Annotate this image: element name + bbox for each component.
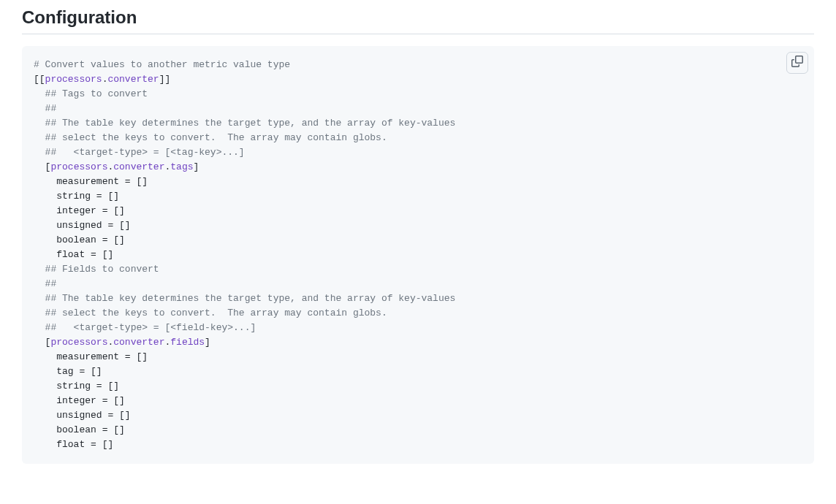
code-line: boolean = []	[34, 233, 802, 248]
code-line: string = []	[34, 189, 802, 204]
copy-button[interactable]	[786, 52, 808, 74]
copy-icon	[791, 56, 803, 70]
code-line: ## The table key determines the target t…	[34, 291, 802, 306]
code-line: # Convert values to another metric value…	[34, 58, 802, 72]
code-line: float = []	[34, 438, 802, 452]
code-line: unsigned = []	[34, 408, 802, 423]
code-block: # Convert values to another metric value…	[22, 46, 814, 464]
section-heading: Configuration	[22, 7, 814, 34]
code-line: ## select the keys to convert. The array…	[34, 131, 802, 145]
code-line: ## Fields to convert	[34, 262, 802, 277]
code-line: ## The table key determines the target t…	[34, 116, 802, 131]
code-line: unsigned = []	[34, 218, 802, 233]
code-line: [processors.converter.fields]	[34, 335, 802, 350]
code-line: measurement = []	[34, 350, 802, 364]
code-line: string = []	[34, 379, 802, 394]
code-line: [processors.converter.tags]	[34, 160, 802, 175]
code-line: float = []	[34, 248, 802, 262]
code-line: measurement = []	[34, 175, 802, 189]
code-line: ## Tags to convert	[34, 87, 802, 102]
code-line: ## <target-type> = [<tag-key>...]	[34, 145, 802, 160]
code-line: ## <target-type> = [<field-key>...]	[34, 321, 802, 335]
code-line: ##	[34, 277, 802, 291]
code-line: ##	[34, 102, 802, 116]
code-line: integer = []	[34, 204, 802, 218]
code-line: ## select the keys to convert. The array…	[34, 306, 802, 321]
code-line: integer = []	[34, 394, 802, 408]
code-block-wrapper: # Convert values to another metric value…	[22, 46, 814, 464]
code-line: boolean = []	[34, 423, 802, 438]
code-line: tag = []	[34, 364, 802, 379]
code-line: [[processors.converter]]	[34, 72, 802, 87]
